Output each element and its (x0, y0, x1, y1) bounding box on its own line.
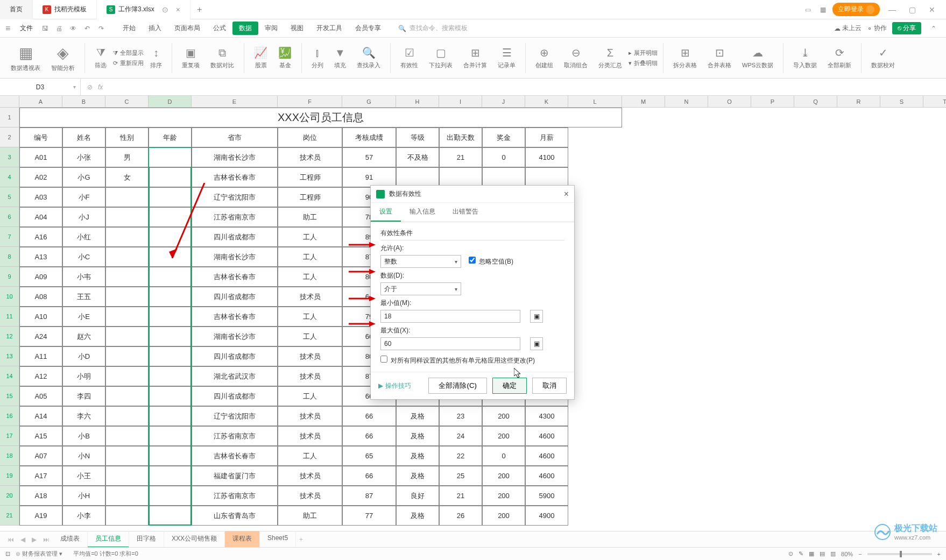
sheet-nav-first[interactable]: ⏮ (4, 536, 17, 543)
row-header[interactable]: 21 (0, 506, 19, 526)
grid-icon[interactable]: ▦ (817, 4, 828, 15)
table-cell[interactable]: 吉林省长春市 (192, 307, 278, 327)
col-header[interactable]: Q (794, 96, 837, 108)
name-box[interactable]: D3 (0, 79, 81, 95)
table-cell[interactable]: A12 (19, 366, 62, 386)
table-cell[interactable]: 工人 (278, 247, 342, 267)
col-header[interactable]: S (880, 96, 923, 108)
table-cell[interactable] (149, 307, 192, 327)
table-cell[interactable]: 工程师 (278, 187, 342, 207)
table-cell[interactable]: 4600 (525, 466, 568, 486)
table-cell[interactable]: A01 (19, 147, 62, 167)
table-cell[interactable]: 福建省厦门市 (192, 466, 278, 486)
table-cell[interactable]: 工人 (278, 307, 342, 327)
row-header[interactable]: 7 (0, 227, 19, 247)
min-input[interactable]: 18 (380, 310, 520, 323)
refresh-button[interactable]: ⟳全部刷新 (823, 46, 856, 69)
table-cell[interactable]: 小G (62, 167, 105, 187)
menu-tab-7[interactable]: 开发工具 (310, 22, 349, 35)
table-cell[interactable]: A08 (19, 287, 62, 307)
clear-all-button[interactable]: 全部清除(C) (428, 378, 487, 394)
table-cell[interactable] (149, 167, 192, 187)
table-cell[interactable]: 工程师 (278, 167, 342, 187)
table-cell[interactable] (149, 327, 192, 346)
dialog-tab-error[interactable]: 出错警告 (444, 203, 487, 222)
table-cell[interactable]: 及格 (396, 506, 439, 526)
table-cell[interactable]: 0 (482, 147, 525, 167)
table-cell[interactable]: 小N (62, 446, 105, 466)
pivot-button[interactable]: ▦数据透视表 (6, 44, 45, 72)
sheet-tab[interactable]: 课程表 (225, 531, 260, 548)
table-cell[interactable]: 技术员 (278, 466, 342, 486)
table-cell[interactable]: 王五 (62, 287, 105, 307)
col-header[interactable]: P (751, 96, 794, 108)
menu-icon[interactable]: ≡ (5, 24, 10, 33)
title-cell[interactable]: XXX公司员工信息 (19, 108, 622, 127)
col-header[interactable]: N (665, 96, 708, 108)
menu-tab-4[interactable]: 数据 (232, 22, 258, 35)
menu-tab-3[interactable]: 公式 (207, 22, 232, 35)
table-cell[interactable]: A03 (19, 187, 62, 207)
table-cell[interactable]: 湖南省长沙市 (192, 147, 278, 167)
table-cell[interactable] (149, 506, 192, 526)
table-cell[interactable]: 男 (105, 147, 149, 167)
mgmt-dropdown[interactable]: ⊙ 财务报表管理 ▾ (16, 550, 62, 558)
table-cell[interactable] (105, 247, 149, 267)
share-button[interactable]: ⎋ 分享 (892, 22, 921, 34)
table-cell[interactable]: 技术员 (278, 426, 342, 446)
table-cell[interactable] (149, 187, 192, 207)
row-header[interactable]: 8 (0, 247, 19, 267)
table-cell[interactable] (105, 486, 149, 506)
redo-icon[interactable]: ↷ (96, 23, 107, 34)
data-combo[interactable]: 介于 (380, 282, 461, 295)
sheet-nav-next[interactable]: ▶ (29, 536, 40, 543)
tab-close-icon[interactable]: × (176, 5, 180, 14)
table-cell[interactable]: 4600 (525, 446, 568, 466)
table-cell[interactable]: 技术员 (278, 346, 342, 366)
table-cell[interactable] (149, 207, 192, 227)
col-header[interactable]: C (105, 96, 149, 108)
col-header[interactable]: M (622, 96, 665, 108)
table-cell[interactable]: 技术员 (278, 366, 342, 386)
close-button[interactable]: ✕ (924, 5, 940, 14)
table-cell[interactable]: 工人 (278, 386, 342, 406)
table-cell[interactable]: 江苏省南京市 (192, 486, 278, 506)
table-cell[interactable] (105, 307, 149, 327)
table-header[interactable]: 月薪 (525, 127, 568, 147)
col-header[interactable]: J (482, 96, 525, 108)
table-cell[interactable] (105, 327, 149, 346)
row-header[interactable]: 14 (0, 366, 19, 386)
table-cell[interactable]: 5900 (525, 486, 568, 506)
table-cell[interactable]: 小张 (62, 147, 105, 167)
table-cell[interactable]: 26 (439, 506, 482, 526)
table-cell[interactable] (105, 386, 149, 406)
table-cell[interactable]: 200 (482, 486, 525, 506)
table-cell[interactable] (149, 466, 192, 486)
table-cell[interactable] (105, 506, 149, 526)
table-cell[interactable]: 及格 (396, 406, 439, 426)
table-cell[interactable]: 李六 (62, 406, 105, 426)
table-cell[interactable]: 女 (105, 167, 149, 187)
row-header[interactable]: 18 (0, 446, 19, 466)
table-cell[interactable]: 技术员 (278, 406, 342, 426)
table-cell[interactable]: 91 (342, 167, 396, 187)
sheet-tab[interactable]: XXX公司销售额 (164, 531, 225, 548)
table-cell[interactable]: 小韦 (62, 267, 105, 287)
table-cell[interactable] (105, 267, 149, 287)
row-header[interactable]: 15 (0, 386, 19, 406)
fill-button[interactable]: ▼填充 (330, 47, 350, 69)
table-cell[interactable]: A04 (19, 207, 62, 227)
col-header[interactable]: F (278, 96, 342, 108)
row-header[interactable]: 2 (0, 127, 19, 147)
table-cell[interactable]: 22 (439, 446, 482, 466)
table-cell[interactable]: A18 (19, 486, 62, 506)
table-cell[interactable]: 25 (439, 466, 482, 486)
table-cell[interactable]: 江苏省南京市 (192, 426, 278, 446)
table-cell[interactable]: 技术员 (278, 147, 342, 167)
table-cell[interactable]: 66 (342, 406, 396, 426)
table-cell[interactable]: 江苏省南京市 (192, 207, 278, 227)
table-cell[interactable]: 四川省成都市 (192, 287, 278, 307)
table-header[interactable]: 姓名 (62, 127, 105, 147)
sort-button[interactable]: ↕排序 (146, 47, 166, 69)
undo-icon[interactable]: ↶ (82, 23, 93, 34)
